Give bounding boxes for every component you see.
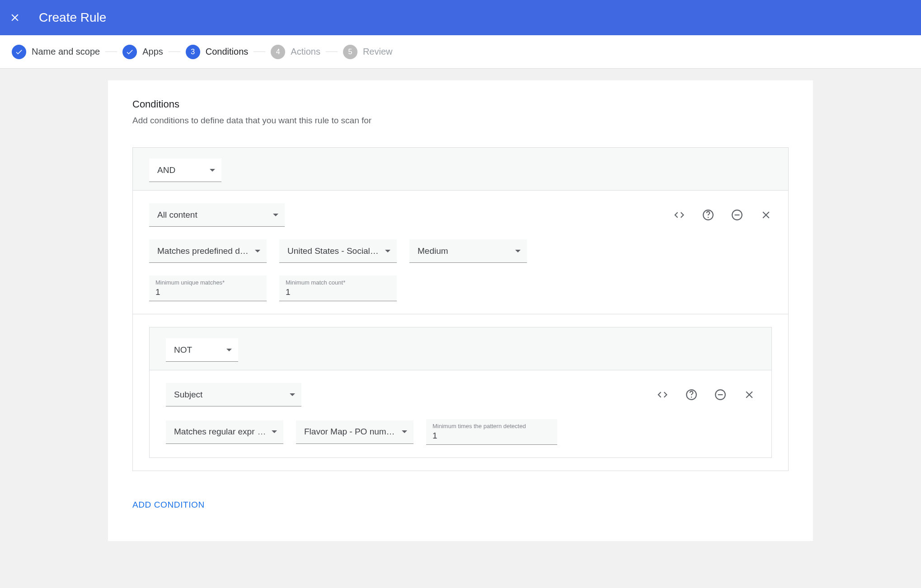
conditions-card: Conditions Add conditions to define data…	[108, 80, 813, 541]
svg-rect-2	[735, 215, 740, 215]
remove-icon	[714, 389, 726, 401]
field-value: 1	[432, 431, 551, 441]
section-subtitle: Add conditions to define data that you w…	[132, 116, 789, 126]
check-icon	[12, 45, 26, 59]
step-actions[interactable]: 4 Actions	[271, 45, 320, 59]
field-label: Minimum times the pattern detected	[432, 423, 551, 429]
caret-down-icon	[402, 430, 407, 433]
caret-down-icon	[290, 393, 295, 396]
match-type-dropdown[interactable]: Matches regular expr…	[166, 420, 283, 444]
scope-dropdown[interactable]: All content	[149, 203, 285, 227]
page-title: Create Rule	[39, 10, 106, 25]
caret-down-icon	[210, 169, 215, 172]
caret-down-icon	[515, 250, 521, 252]
remove-button[interactable]	[714, 389, 726, 401]
help-icon	[702, 209, 714, 221]
step-review[interactable]: 5 Review	[343, 45, 393, 59]
close-icon	[9, 12, 21, 23]
caret-down-icon	[226, 349, 232, 351]
caret-down-icon	[273, 214, 278, 216]
code-icon	[657, 389, 668, 401]
operator-value: NOT	[174, 345, 192, 355]
step-separator	[105, 51, 117, 52]
code-icon	[673, 209, 685, 221]
match-type-value: Matches predefined d	[157, 246, 249, 256]
help-icon	[686, 389, 697, 401]
step-separator	[326, 51, 338, 52]
group-header: AND	[133, 148, 788, 191]
scope-dropdown[interactable]: Subject	[166, 383, 301, 406]
help-button[interactable]	[686, 389, 697, 401]
min-match-count-field[interactable]: Minimum match count* 1	[279, 275, 397, 301]
operator-dropdown[interactable]: NOT	[166, 338, 238, 362]
step-label: Name and scope	[32, 47, 100, 57]
condition-actions	[673, 209, 772, 221]
condition-group: AND All content	[132, 147, 789, 471]
detector-dropdown[interactable]: United States - Social…	[279, 239, 397, 263]
condition-actions	[657, 389, 755, 401]
section-title: Conditions	[132, 98, 789, 110]
match-type-dropdown[interactable]: Matches predefined d…	[149, 239, 267, 263]
remove-button[interactable]	[731, 209, 743, 221]
field-value: 1	[286, 287, 390, 297]
nested-group-container: NOT Subject	[133, 314, 788, 471]
min-times-field[interactable]: Minimum times the pattern detected 1	[426, 419, 557, 445]
confidence-dropdown[interactable]: Medium	[409, 239, 527, 263]
close-condition-button[interactable]	[760, 209, 772, 221]
close-icon	[743, 389, 755, 401]
step-label: Actions	[291, 47, 320, 57]
step-separator	[169, 51, 180, 52]
check-icon	[122, 45, 137, 59]
close-button[interactable]	[9, 12, 21, 23]
operator-dropdown[interactable]: AND	[149, 159, 221, 182]
step-conditions[interactable]: 3 Conditions	[186, 45, 249, 59]
detector-dropdown[interactable]: Flavor Map - PO num…	[296, 420, 414, 444]
min-unique-matches-field[interactable]: Minimum unique matches* 1	[149, 275, 267, 301]
step-number-badge: 3	[186, 45, 200, 59]
operator-value: AND	[157, 165, 175, 175]
step-number-badge: 4	[271, 45, 285, 59]
remove-icon	[731, 209, 743, 221]
close-icon	[760, 209, 772, 221]
scope-value: Subject	[174, 390, 202, 400]
step-separator	[254, 51, 265, 52]
detector-value: United States - Social	[287, 246, 379, 256]
caret-down-icon	[272, 430, 277, 433]
help-button[interactable]	[702, 209, 714, 221]
condition-row: All content	[133, 191, 788, 314]
step-label: Apps	[142, 47, 163, 57]
svg-rect-5	[718, 394, 723, 395]
step-number-badge: 5	[343, 45, 357, 59]
header-bar: Create Rule	[0, 0, 921, 35]
nested-condition-group: NOT Subject	[149, 327, 772, 458]
code-button[interactable]	[673, 209, 685, 221]
field-value: 1	[155, 287, 260, 297]
nested-condition-row: Subject	[150, 370, 771, 457]
field-label: Minimum unique matches*	[155, 279, 260, 286]
code-button[interactable]	[657, 389, 668, 401]
scope-value: All content	[157, 210, 197, 220]
caret-down-icon	[385, 250, 390, 252]
match-type-value: Matches regular expr	[174, 427, 254, 436]
step-name-scope[interactable]: Name and scope	[12, 45, 100, 59]
field-label: Minimum match count*	[286, 279, 390, 286]
add-condition-button[interactable]: ADD CONDITION	[132, 500, 205, 510]
step-label: Review	[363, 47, 393, 57]
close-condition-button[interactable]	[743, 389, 755, 401]
detector-value: Flavor Map - PO num	[304, 427, 395, 436]
step-label: Conditions	[206, 47, 249, 57]
content-area: Conditions Add conditions to define data…	[0, 69, 921, 559]
stepper: Name and scope Apps 3 Conditions 4 Actio…	[0, 35, 921, 69]
step-apps[interactable]: Apps	[122, 45, 163, 59]
confidence-value: Medium	[418, 246, 448, 256]
nested-group-header: NOT	[150, 327, 771, 370]
caret-down-icon	[255, 250, 260, 252]
